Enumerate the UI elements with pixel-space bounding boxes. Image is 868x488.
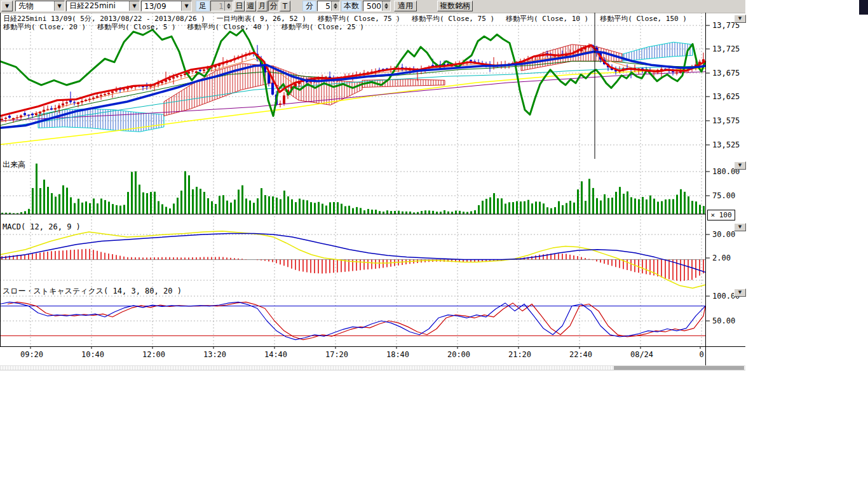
chevron-down-icon: ▼	[181, 1, 191, 11]
legend-item: 移動平均( Close, 20 )	[3, 22, 86, 32]
stochastics-panel-label: スロー・ストキャスティクス( 14, 3, 80, 20 )	[3, 286, 182, 297]
price-axis-label: 13,525	[712, 140, 740, 149]
spinner-icon[interactable]	[382, 1, 390, 11]
symbol-select[interactable]: 日経225mini ▼	[66, 1, 140, 11]
time-axis-label: 08/24	[629, 350, 654, 359]
volume-axis-label: 75.00	[712, 191, 735, 200]
contract-select-value: 13/09	[142, 2, 181, 11]
time-axis-label: 0	[689, 350, 714, 359]
chevron-down-icon: ▼	[129, 1, 139, 11]
spinner-icon[interactable]	[331, 1, 339, 11]
price-axis-label: 13,575	[712, 116, 740, 125]
price-panel-dropdown-button[interactable]: ▼	[734, 15, 746, 23]
axis-frame	[0, 13, 745, 365]
minute-value: 5	[318, 2, 331, 11]
price-axis-label: 13,725	[712, 44, 740, 53]
legend-item: 移動平均( Close, 150 )	[600, 14, 687, 24]
time-axis-label: 17:20	[324, 350, 349, 359]
period-button-T[interactable]: T	[280, 1, 290, 11]
macd-layer	[0, 231, 705, 288]
bar-interval-spinner[interactable]: 1	[210, 1, 233, 11]
chart-canvas	[0, 13, 868, 369]
macd-axis-label: 30.00	[712, 230, 735, 239]
legend-row-2: 移動平均( Close, 20 )移動平均( Close, 5 )移動平均( C…	[3, 22, 364, 32]
caret-down-icon: ▼	[5, 3, 9, 9]
multi-symbol-button[interactable]: 複数銘柄	[437, 1, 473, 11]
legend-item: 移動平均( Close, 75 )	[412, 14, 494, 24]
time-axis-label: 14:40	[263, 350, 288, 359]
horizontal-scrollbar[interactable]	[0, 365, 745, 370]
count-spinner[interactable]: 500	[363, 1, 391, 11]
time-axis-label: 18:40	[385, 350, 410, 359]
app-window: ▼ 先物 ▼ 日経225mini ▼ 13/09 ▼ 足 1 分 5 本数 50…	[0, 0, 868, 488]
count-label: 本数	[341, 1, 362, 11]
macd-panel-dropdown-button[interactable]: ▼	[734, 223, 746, 231]
contract-select[interactable]: 13/09 ▼	[141, 1, 192, 11]
time-axis-label: 09:20	[19, 350, 44, 359]
market-select[interactable]: 先物 ▼	[15, 1, 65, 11]
time-axis-label: 10:40	[80, 350, 105, 359]
volume-bars-layer	[1, 163, 705, 214]
count-value: 500	[363, 2, 382, 11]
period-button-月[interactable]: 月	[257, 1, 268, 11]
period-button-分[interactable]: 分	[268, 1, 279, 11]
toolbar: ▼ 先物 ▼ 日経225mini ▼ 13/09 ▼ 足 1 分 5 本数 50…	[0, 0, 745, 13]
price-axis-label: 13,675	[712, 69, 740, 78]
thin-ma-lines	[0, 51, 705, 145]
time-axis-label: 12:00	[141, 350, 166, 359]
volume-scale-badge: × 100	[707, 210, 735, 220]
time-axis-label: 21:20	[507, 350, 532, 359]
bar-label: 足	[196, 1, 210, 11]
stoch-panel-dropdown-button[interactable]: ▼	[734, 288, 746, 297]
legend-item: 移動平均( Close, 5 )	[97, 22, 175, 32]
volume-panel-dropdown-button[interactable]: ▼	[734, 161, 746, 170]
period-button-日[interactable]: 日	[234, 1, 245, 11]
toolbar-caret-button[interactable]: ▼	[1, 1, 13, 11]
legend-item: 移動平均( Close, 10 )	[506, 14, 588, 24]
bar-interval-value: 1	[211, 2, 224, 11]
spinner-icon[interactable]	[224, 1, 233, 11]
stoch-axis-label: 50.00	[712, 316, 735, 325]
legend-item: 移動平均( Close, 25 )	[281, 22, 364, 32]
caret-down-icon: ▼	[738, 225, 742, 229]
macd-axis-label: 2.00	[712, 254, 731, 262]
caret-down-icon: ▼	[738, 163, 742, 168]
symbol-select-value: 日経225mini	[67, 1, 129, 11]
chevron-down-icon: ▼	[54, 1, 64, 11]
time-axis-label: 13:20	[202, 350, 227, 359]
apply-button[interactable]: 適用	[394, 1, 417, 11]
period-button-週[interactable]: 週	[245, 1, 256, 11]
market-select-value: 先物	[16, 1, 54, 11]
time-axis-label: 20:00	[446, 350, 471, 359]
caret-down-icon: ▼	[738, 17, 742, 21]
legend-item: 移動平均( Close, 40 )	[187, 22, 270, 32]
scrollbar-thumb[interactable]	[614, 366, 744, 370]
minute-label: 分	[302, 1, 316, 11]
minute-spinner[interactable]: 5	[317, 1, 340, 11]
caret-down-icon: ▼	[738, 290, 742, 295]
macd-panel-label: MACD( 12, 26, 9 )	[3, 222, 81, 231]
volume-panel-label: 出来高	[3, 159, 25, 170]
price-axis-label: 13,625	[712, 92, 740, 101]
time-axis-label: 22:40	[568, 350, 593, 359]
